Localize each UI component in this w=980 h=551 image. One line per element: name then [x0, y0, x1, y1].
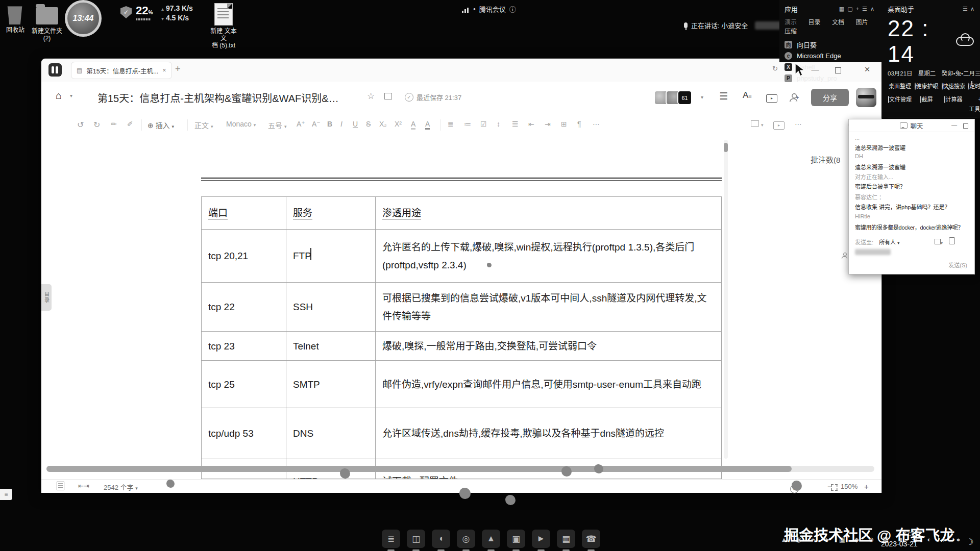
collab-caret-icon[interactable]: ▾: [701, 94, 703, 100]
checklist-icon[interactable]: ☑: [480, 120, 487, 128]
share-button[interactable]: 分享: [811, 89, 849, 106]
assistant-controls[interactable]: ☰∧: [963, 6, 977, 12]
page-width-icon[interactable]: ⇤⇥: [78, 482, 89, 490]
action-eye-care[interactable]: 健康护眼: [914, 82, 939, 90]
security-widget[interactable]: ✓: [120, 6, 132, 18]
app-item-sunflower[interactable]: 向向日葵: [785, 40, 881, 49]
outline-icon[interactable]: [57, 482, 64, 490]
toolbar-more-icon[interactable]: ⋯: [795, 120, 802, 128]
star-icon[interactable]: ☆: [367, 91, 375, 102]
send-to-select[interactable]: 所有人 ▾: [879, 239, 899, 245]
more-tools-icon[interactable]: ⋯: [593, 120, 600, 128]
align-icon[interactable]: ☰: [512, 120, 519, 128]
taskbar-app-notes[interactable]: ≣: [382, 530, 400, 551]
taskbar-app-phpstudy[interactable]: ►: [532, 530, 550, 551]
moon-mode-icon[interactable]: ☽: [966, 537, 973, 547]
tool-manager[interactable]: +工具管理: [968, 95, 980, 113]
taskbar-app-files[interactable]: ◫: [407, 530, 425, 551]
taskbar-app-browser[interactable]: ◎: [457, 530, 475, 551]
strikethrough-icon[interactable]: S: [366, 120, 371, 128]
zoom-out-button[interactable]: −: [827, 482, 832, 491]
cell-use[interactable]: 允许区域传送,dns劫持,缓存投毒,欺骗以及各种基于dns隧道的远控: [376, 408, 722, 459]
app-logo-icon[interactable]: [48, 63, 62, 77]
typography-icon[interactable]: A≡: [743, 90, 751, 101]
edge-hidden-toolbar-tab[interactable]: ≡: [0, 489, 12, 500]
cell-service[interactable]: SSH: [286, 283, 376, 332]
vertical-scrollbar-thumb[interactable]: [724, 143, 728, 152]
italic-icon[interactable]: I: [340, 120, 342, 128]
apps-tab-4[interactable]: 压缩: [785, 28, 797, 35]
line-spacing-icon[interactable]: ↕: [497, 120, 500, 128]
text-file-shortcut[interactable]: 新建 文本文 档 (5).txt: [208, 3, 239, 49]
apps-tab-1[interactable]: 目录: [808, 19, 820, 26]
move-to-folder-icon[interactable]: [384, 92, 392, 102]
invite-collaborator-icon[interactable]: +: [791, 92, 799, 102]
paragraph-mark-icon[interactable]: ¶: [577, 120, 581, 128]
cell-service[interactable]: DNS: [286, 408, 376, 459]
cell-use[interactable]: 允许匿名的上传下载,爆破,嗅探,win提权,远程执行(proftpd 1.3.5…: [376, 230, 722, 283]
font-decrease-icon[interactable]: A⁻: [312, 120, 321, 128]
outline-sidebar-tab[interactable]: 目录: [41, 284, 52, 311]
taskbar-app-wps[interactable]: ▣: [507, 530, 525, 551]
app-item-edge[interactable]: eMicrosoft Edge: [785, 51, 881, 60]
cell-use[interactable]: 邮件伪造,vrfy/expn查询邮件用户信息,可使用smtp-user-enum…: [376, 361, 722, 408]
underline-icon[interactable]: U: [353, 120, 358, 128]
collaborator-avatars[interactable]: 61: [654, 90, 692, 105]
outdent-icon[interactable]: ⇤: [528, 120, 534, 128]
action-desktop-organize[interactable]: 桌面整理: [888, 82, 912, 90]
undo-icon[interactable]: ↺: [77, 120, 84, 130]
font-color-icon[interactable]: A: [425, 120, 430, 130]
tool-screenshot[interactable]: 截屏: [914, 95, 939, 103]
paragraph-style-select[interactable]: 正文 ▾: [194, 120, 213, 130]
home-caret-icon[interactable]: ▾: [70, 93, 72, 98]
font-size-select[interactable]: 五号 ▾: [268, 120, 286, 130]
send-button[interactable]: 发送(S): [948, 261, 967, 269]
recycle-bin-shortcut[interactable]: 回收站: [6, 4, 24, 34]
fill-color-icon[interactable]: ✐: [127, 120, 133, 128]
cell-port[interactable]: tcp 22: [202, 283, 286, 332]
page-setup-icon[interactable]: ▾: [751, 120, 763, 128]
refresh-icon[interactable]: ↻: [772, 65, 778, 72]
apps-tab-0[interactable]: 演示: [785, 19, 797, 26]
zoom-in-button[interactable]: +: [864, 482, 869, 491]
bold-icon[interactable]: B: [327, 120, 332, 128]
cell-port[interactable]: tcp/udp 53: [202, 408, 286, 459]
document-canvas[interactable]: 批注数(8 端口 服务 渗透用途 tcp 20,21 FTP 允许匿名的上传下载…: [41, 137, 881, 479]
folder-shortcut[interactable]: 新建文件夹 (2): [32, 7, 62, 42]
chat-maximize-icon[interactable]: [963, 123, 968, 130]
zoom-level[interactable]: 150%: [841, 483, 857, 490]
action-quick-search[interactable]: 快速搜索: [941, 82, 966, 90]
tray-date[interactable]: 2023-03-21: [881, 540, 918, 548]
bullet-list-icon[interactable]: ≣: [448, 120, 454, 128]
screenshot-tool-icon[interactable]: ▾: [935, 237, 943, 246]
taskbar-app-thunder[interactable]: ▲: [482, 530, 500, 551]
tool-file-manager[interactable]: 文件管理: [888, 95, 912, 103]
chat-input-smudge[interactable]: [855, 249, 891, 255]
apps-tab-2[interactable]: 文档: [832, 19, 844, 26]
chat-minimize-icon[interactable]: —: [951, 122, 957, 128]
subscript-icon[interactable]: X₂: [379, 120, 387, 128]
outline-menu-icon[interactable]: ☰: [719, 90, 728, 102]
cell-port[interactable]: tcp 25: [202, 361, 286, 408]
tab-close-icon[interactable]: ×: [162, 67, 166, 74]
cell-service[interactable]: Telnet: [286, 332, 376, 361]
taskbar-app-meeting[interactable]: ◖: [432, 530, 450, 551]
insert-table-icon[interactable]: ⊞: [561, 120, 567, 128]
indent-icon[interactable]: ⇥: [545, 120, 551, 128]
cell-service[interactable]: FTP: [286, 230, 376, 283]
font-increase-icon[interactable]: A⁺: [297, 120, 305, 128]
tool-calculator[interactable]: 计算器: [941, 95, 966, 103]
clipboard-icon[interactable]: [949, 237, 955, 244]
redo-icon[interactable]: ↻: [93, 120, 100, 130]
horizontal-scrollbar-thumb[interactable]: [46, 466, 792, 472]
font-family-select[interactable]: Monaco ▾: [226, 120, 256, 128]
weather-cloud-icon[interactable]: [956, 37, 974, 46]
profile-icon[interactable]: [842, 253, 847, 258]
chat-header[interactable]: 聊天 —: [849, 119, 974, 132]
cell-service[interactable]: SMTP: [286, 361, 376, 408]
clock-widget[interactable]: 13:44: [65, 0, 102, 37]
taskbar-app-qq[interactable]: ☎: [582, 530, 600, 551]
home-icon[interactable]: ⌂: [56, 90, 62, 102]
taskbar-app-terminal[interactable]: ▦: [557, 530, 575, 551]
comment-count-label[interactable]: 批注数(8: [811, 154, 840, 165]
